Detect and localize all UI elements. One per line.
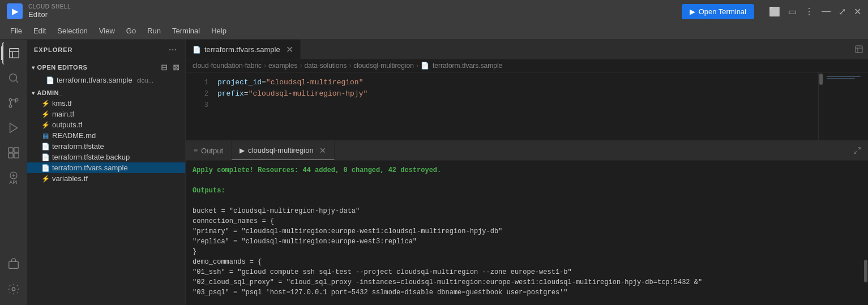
terminal-line-bucket: bucket = "cloudsql-multiregion-hpjy-data…: [193, 206, 861, 216]
menu-bar: File Edit Selection View Go Run Terminal…: [0, 23, 868, 40]
menu-edit[interactable]: Edit: [28, 24, 52, 37]
sidebar-item-readme[interactable]: ▦ README.md: [27, 130, 185, 141]
open-editors-label: OPEN EDITORS: [37, 64, 88, 71]
activity-settings[interactable]: [2, 278, 25, 300]
breadcrumb-multiregion[interactable]: cloudsql-multiregion: [353, 62, 414, 70]
editor-tab-tfvars[interactable]: 📄 terraform.tfvars.sample ✕: [186, 40, 301, 59]
title-subtitle: CLOUD SHELL: [28, 3, 71, 10]
svg-line-15: [854, 151, 857, 153]
admin-section[interactable]: ▾ ADMIN_: [27, 88, 185, 98]
svg-point-12: [12, 287, 15, 291]
sidebar-item-variables[interactable]: ⚡ variables.tf: [27, 173, 185, 184]
bottom-panel: ≡ Output ▶ cloudsql-multiregion ✕: [186, 140, 868, 299]
panel-content[interactable]: Apply complete! Resources: 44 added, 0 c…: [186, 161, 868, 299]
remote-explorer-icon[interactable]: [850, 40, 868, 59]
title-bar-actions: ⬜ ▭ ⋮ — ⤢ ✕: [769, 6, 861, 17]
code-area-wrapper: 1 project_id = "cloudsql-multiregion" 2 …: [186, 72, 868, 140]
activity-bar-bottom: [2, 253, 25, 305]
panel-tab-terminal[interactable]: ▶ cloudsql-multiregion ✕: [232, 141, 335, 160]
terminal-tab-icon: ▶: [240, 147, 245, 154]
main-layout: API EXPLORER ···: [0, 40, 868, 305]
activity-api[interactable]: API: [2, 166, 25, 189]
tab-file-icon: 📄: [193, 46, 201, 54]
layout-icon[interactable]: ▭: [788, 6, 797, 17]
file-icon-tfvars: 📄: [41, 164, 50, 172]
sidebar-item-main[interactable]: ⚡ main.tf: [27, 109, 185, 119]
md-icon-readme: ▦: [41, 132, 50, 140]
svg-point-2: [9, 98, 12, 101]
panel-scrollbar-thumb: [864, 260, 867, 282]
tab-close-button[interactable]: ✕: [286, 44, 293, 55]
menu-view[interactable]: View: [93, 24, 121, 37]
sidebar-item-outputs[interactable]: ⚡ outputs.tf: [27, 119, 185, 130]
activity-remote[interactable]: [2, 253, 25, 276]
save-all-icon[interactable]: ⊟: [160, 62, 169, 73]
activity-run-debug[interactable]: [2, 117, 25, 139]
title-text: CLOUD SHELL Editor: [28, 3, 71, 19]
terminal-line-close: }: [193, 247, 861, 257]
svg-rect-11: [8, 261, 18, 268]
svg-rect-7: [14, 148, 18, 152]
file-icon-tfstate: 📄: [41, 143, 50, 151]
breadcrumb-file[interactable]: terraform.tfvars.sample: [433, 62, 502, 70]
panel-scrollbar[interactable]: [863, 192, 868, 305]
activity-extensions[interactable]: [2, 141, 25, 164]
breadcrumb-root[interactable]: cloud-foundation-fabric: [193, 62, 262, 70]
breadcrumb-examples[interactable]: examples: [268, 62, 297, 70]
admin-chevron: ▾: [32, 90, 35, 96]
admin-label: ADMIN_: [37, 89, 63, 96]
activity-explorer[interactable]: [2, 42, 25, 65]
svg-point-3: [9, 105, 12, 108]
tf-icon-main: ⚡: [41, 110, 50, 118]
title-bar: ▶ CLOUD SHELL Editor ▶ Open Terminal ⬜ ▭…: [0, 0, 868, 23]
terminal-line-ssh: "01_ssh" = "gcloud compute ssh sql-test …: [193, 267, 861, 277]
menu-terminal[interactable]: Terminal: [166, 24, 206, 37]
sidebar-item-tfvars[interactable]: 📄 terraform.tfvars.sample: [27, 162, 185, 173]
panel-tab-output[interactable]: ≡ Output: [186, 141, 232, 160]
menu-file[interactable]: File: [5, 24, 28, 37]
open-terminal-button[interactable]: ▶ Open Terminal: [682, 4, 754, 19]
file-icon-tfstate-backup: 📄: [41, 153, 50, 161]
activity-bar: API: [0, 40, 27, 305]
open-editors-section[interactable]: ▾ OPEN EDITORS ⊟ ⊠: [27, 60, 185, 75]
close-icon[interactable]: ✕: [854, 6, 861, 17]
minimize-icon[interactable]: —: [822, 6, 831, 16]
code-line-1: 1 project_id = "cloudsql-multiregion": [186, 77, 818, 88]
code-line-3: 3: [186, 100, 818, 111]
activity-source-control[interactable]: [2, 92, 25, 114]
close-all-icon[interactable]: ⊠: [172, 62, 181, 73]
open-editors-chevron: ▾: [32, 65, 35, 71]
camera-icon[interactable]: ⬜: [769, 6, 780, 17]
terminal-line-demo: demo_commands = {: [193, 257, 861, 267]
terminal-close-icon[interactable]: ✕: [319, 146, 326, 155]
app-logo: ▶: [7, 3, 23, 19]
more-icon[interactable]: ⋮: [805, 6, 814, 17]
terminal-line-blank2: [193, 196, 861, 206]
panel-expand-icon[interactable]: [846, 141, 868, 160]
menu-run[interactable]: Run: [142, 24, 166, 37]
sidebar: EXPLORER ··· ▾ OPEN EDITORS ⊟ ⊠ 📄 terraf…: [27, 40, 186, 305]
maximize-icon[interactable]: ⤢: [839, 6, 846, 17]
terminal-icon: ▶: [690, 7, 695, 16]
menu-go[interactable]: Go: [121, 24, 142, 37]
svg-marker-5: [10, 123, 17, 133]
breadcrumb-data-solutions[interactable]: data-solutions: [304, 62, 347, 70]
new-file-icon[interactable]: ···: [168, 44, 178, 55]
sidebar-item-kms[interactable]: ⚡ kms.tf: [27, 98, 185, 109]
menu-selection[interactable]: Selection: [52, 24, 93, 37]
terminal-line-apply: Apply complete! Resources: 44 added, 0 c…: [193, 165, 861, 175]
panel-tab-bar: ≡ Output ▶ cloudsql-multiregion ✕: [186, 141, 868, 161]
code-editor[interactable]: 1 project_id = "cloudsql-multiregion" 2 …: [186, 72, 818, 140]
svg-line-14: [858, 148, 860, 150]
editor-scrollbar[interactable]: [818, 72, 823, 140]
open-editor-path: clou...: [137, 77, 153, 84]
open-editor-item[interactable]: 📄 terraform.tfvars.sample clou...: [27, 75, 185, 85]
sidebar-item-tfstate-backup[interactable]: 📄 terraform.tfstate.backup: [27, 152, 185, 162]
activity-search[interactable]: [2, 67, 25, 89]
terminal-label: cloudsql-multiregion: [248, 146, 314, 154]
editor-tab-bar: 📄 terraform.tfvars.sample ✕: [186, 40, 868, 59]
menu-help[interactable]: Help: [206, 24, 232, 37]
sidebar-header: EXPLORER ···: [27, 40, 185, 60]
tf-icon-kms: ⚡: [41, 100, 50, 108]
sidebar-item-tfstate[interactable]: 📄 terraform.tfstate: [27, 141, 185, 152]
